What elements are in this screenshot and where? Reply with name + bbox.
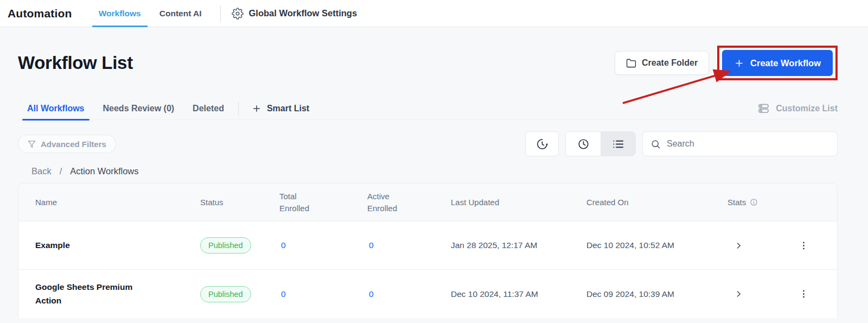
annotation-highlight-box: Create Workflow xyxy=(717,46,838,80)
kebab-icon xyxy=(799,289,809,299)
filter-icon xyxy=(28,140,36,148)
gear-icon xyxy=(232,8,244,20)
header-actions: Create Folder Create Workflow xyxy=(615,46,838,80)
workflow-name: Google Sheets Premium Action xyxy=(18,281,135,308)
tab-deleted[interactable]: Deleted xyxy=(193,97,224,120)
search-box xyxy=(642,131,838,156)
history-icon xyxy=(536,138,548,150)
topbar-divider xyxy=(220,5,221,22)
breadcrumb-back[interactable]: Back xyxy=(31,166,52,176)
smart-list-label: Smart List xyxy=(267,104,309,113)
tab-all-workflows[interactable]: All Workflows xyxy=(27,97,85,120)
plus-icon xyxy=(252,104,261,113)
create-workflow-label: Create Workflow xyxy=(750,58,821,68)
list-icon xyxy=(612,138,624,150)
kebab-icon xyxy=(799,240,809,251)
list-view-button[interactable] xyxy=(601,132,635,156)
chevron-right-icon xyxy=(734,241,790,250)
global-workflow-settings-label: Global Workflow Settings xyxy=(249,8,358,18)
clock-view-button[interactable] xyxy=(566,132,601,156)
breadcrumb-separator: / xyxy=(60,166,62,176)
topnav: Workflows Content AI xyxy=(92,0,214,27)
created-on: Dec 10 2024, 10:52 AM xyxy=(586,238,680,252)
row-expand-button[interactable] xyxy=(727,241,790,250)
workflow-list-page: Workflow List Create Folder Cre xyxy=(0,46,868,318)
filter-row: Advanced Filters xyxy=(18,131,838,156)
customize-list-label: Customize List xyxy=(776,104,838,113)
table-row[interactable]: Google Sheets Premium Action Published 0… xyxy=(18,270,837,318)
clock-icon xyxy=(577,138,590,150)
breadcrumb-current: Action Workflows xyxy=(70,166,138,176)
customize-list-button[interactable]: Customize List xyxy=(757,102,838,115)
total-enrolled-link[interactable]: 0 xyxy=(279,240,286,250)
search-input[interactable] xyxy=(642,131,838,156)
column-header-name: Name xyxy=(18,197,200,208)
topbar: Automation Workflows Content AI Global W… xyxy=(0,0,868,27)
plus-icon xyxy=(734,58,744,68)
column-header-status: Status xyxy=(200,197,279,208)
workflow-name: Example xyxy=(18,239,135,252)
tab-needs-review[interactable]: Needs Review (0) xyxy=(103,97,175,120)
breadcrumb: Back / Action Workflows xyxy=(18,166,838,176)
enrollment-history-button[interactable] xyxy=(525,131,559,156)
topnav-tab-content-ai[interactable]: Content AI xyxy=(153,0,208,27)
workflow-table: Name Status Total Enrolled Active Enroll… xyxy=(18,183,838,318)
status-badge: Published xyxy=(200,237,251,254)
table-row[interactable]: Example Published 0 0 Jan 28 2025, 12:17… xyxy=(18,221,837,270)
chevron-right-icon xyxy=(734,289,790,299)
active-enrolled-link[interactable]: 0 xyxy=(367,240,374,250)
column-header-created-on: Created On xyxy=(586,197,727,208)
column-header-active-enrolled: Active Enrolled xyxy=(367,191,451,214)
filter-controls xyxy=(525,131,838,156)
view-toggle xyxy=(565,131,636,156)
total-enrolled-link[interactable]: 0 xyxy=(279,289,286,299)
search-icon xyxy=(650,139,661,149)
info-icon xyxy=(750,198,758,206)
active-enrolled-link[interactable]: 0 xyxy=(367,289,374,299)
advanced-filters-label: Advanced Filters xyxy=(41,140,106,149)
create-workflow-button[interactable]: Create Workflow xyxy=(722,50,833,76)
row-expand-button[interactable] xyxy=(727,289,790,299)
global-workflow-settings-button[interactable]: Global Workflow Settings xyxy=(232,8,358,20)
row-menu-button[interactable] xyxy=(794,285,813,303)
column-header-stats: Stats xyxy=(727,197,790,208)
app-title: Automation xyxy=(8,7,72,20)
smart-list-button[interactable]: Smart List xyxy=(252,104,309,113)
row-menu-button[interactable] xyxy=(794,236,813,255)
column-header-total-enrolled: Total Enrolled xyxy=(279,191,367,214)
last-updated: Dec 10 2024, 11:37 AM xyxy=(451,287,544,301)
page-title: Workflow List xyxy=(18,53,133,73)
table-header: Name Status Total Enrolled Active Enroll… xyxy=(18,183,837,221)
topnav-tab-workflows[interactable]: Workflows xyxy=(92,0,148,27)
status-badge: Published xyxy=(200,286,251,302)
advanced-filters-button[interactable]: Advanced Filters xyxy=(18,135,116,153)
list-tabs-row: All Workflows Needs Review (0) Deleted S… xyxy=(18,97,838,120)
last-updated: Jan 28 2025, 12:17 AM xyxy=(451,238,544,252)
customize-list-icon xyxy=(757,102,770,115)
create-folder-button[interactable]: Create Folder xyxy=(615,51,709,75)
create-folder-label: Create Folder xyxy=(642,58,698,68)
column-header-last-updated: Last Updated xyxy=(451,197,586,208)
created-on: Dec 09 2024, 10:39 AM xyxy=(586,287,680,301)
folder-icon xyxy=(626,58,636,68)
page-header: Workflow List Create Folder Cre xyxy=(18,46,838,80)
tabs-divider xyxy=(238,102,239,116)
